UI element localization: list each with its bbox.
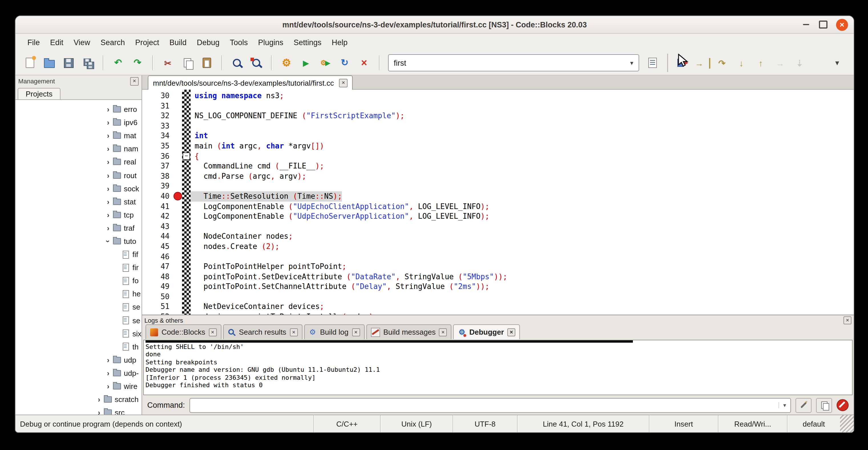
- line-number[interactable]: 38: [142, 171, 173, 181]
- menu-project[interactable]: Project: [130, 36, 164, 49]
- tab-projects[interactable]: Projects: [18, 88, 61, 99]
- logs-tab-search-results[interactable]: Search results×: [223, 324, 302, 339]
- tree-item-stat[interactable]: ›stat: [16, 195, 142, 208]
- run-to-cursor-button[interactable]: →▕: [694, 55, 711, 71]
- line-number[interactable]: 35: [142, 141, 173, 151]
- tree-item-he[interactable]: he: [16, 288, 142, 301]
- line-number[interactable]: 46: [142, 251, 173, 262]
- code-text[interactable]: main (int argc, char *argv[]): [191, 141, 324, 151]
- code-editor[interactable]: 30using namespace ns3;3132NS_LOG_COMPONE…: [142, 90, 854, 314]
- line-number[interactable]: 32: [142, 111, 173, 121]
- resize-grip[interactable]: [840, 415, 854, 432]
- new-file-button[interactable]: [21, 55, 38, 71]
- breakpoint-margin[interactable]: [173, 211, 182, 221]
- breakpoint-margin[interactable]: [173, 121, 182, 131]
- close-icon[interactable]: ×: [843, 316, 851, 324]
- debug-toolbar-dropdown[interactable]: ▾: [829, 55, 846, 71]
- redo-button[interactable]: ↷: [129, 55, 146, 71]
- menu-debug[interactable]: Debug: [192, 36, 225, 49]
- tree-item-nam[interactable]: ›nam: [16, 143, 142, 156]
- next-instruction-button[interactable]: →: [772, 55, 789, 71]
- breakpoint-margin[interactable]: [173, 232, 182, 242]
- tree-expander-icon[interactable]: ›: [104, 369, 113, 378]
- tree-item-traf[interactable]: ›traf: [16, 221, 142, 235]
- tree-item-src[interactable]: ›src: [16, 406, 142, 415]
- maximize-button[interactable]: [819, 21, 828, 29]
- tree-item-fif[interactable]: fif: [16, 248, 142, 261]
- close-icon[interactable]: ×: [507, 328, 515, 336]
- code-text[interactable]: using namespace ns3;: [191, 91, 284, 101]
- debugger-log[interactable]: Setting SHELL to '/bin/sh'doneSetting br…: [143, 340, 852, 395]
- tree-expander-icon[interactable]: ›: [104, 237, 113, 245]
- line-number[interactable]: 49: [142, 282, 173, 292]
- breakpoint-margin[interactable]: [173, 101, 182, 111]
- next-line-button[interactable]: ↷: [713, 55, 731, 71]
- editor-tab[interactable]: mnt/dev/tools/source/ns-3-dev/examples/t…: [148, 76, 353, 90]
- breakpoint-icon[interactable]: [173, 192, 182, 201]
- line-number[interactable]: 48: [142, 272, 173, 281]
- tree-item-sock[interactable]: ›sock: [16, 182, 142, 195]
- line-number[interactable]: 45: [142, 242, 173, 251]
- breakpoint-margin[interactable]: [173, 191, 182, 201]
- code-text[interactable]: [191, 121, 195, 131]
- command-input[interactable]: [190, 400, 778, 410]
- search-options-button[interactable]: [644, 55, 661, 71]
- code-text[interactable]: LogComponentEnable ("UdpEchoClientApplic…: [191, 201, 489, 211]
- step-into-button[interactable]: ↓: [733, 55, 750, 71]
- breakpoint-margin[interactable]: [173, 131, 182, 141]
- chevron-down-icon[interactable]: ▾: [625, 59, 639, 66]
- step-into-instruction-button[interactable]: ⇣: [791, 55, 808, 71]
- run-button[interactable]: ▶: [297, 55, 314, 71]
- tree-item-se[interactable]: se: [16, 314, 142, 327]
- minimize-button[interactable]: [801, 20, 810, 29]
- menu-file[interactable]: File: [22, 36, 45, 49]
- tree-expander-icon[interactable]: ›: [104, 211, 113, 219]
- tree-expander-icon[interactable]: ›: [95, 408, 103, 415]
- breakpoint-margin[interactable]: [173, 251, 182, 262]
- tree-expander-icon[interactable]: ›: [104, 105, 113, 114]
- tree-item-fo[interactable]: fo: [16, 274, 142, 287]
- line-number[interactable]: 37: [142, 161, 173, 171]
- code-text[interactable]: cmd.Parse (argc, argv);: [191, 171, 306, 181]
- tree-item-mat[interactable]: ›mat: [16, 129, 142, 142]
- line-number[interactable]: 42: [142, 211, 173, 221]
- code-text[interactable]: {: [191, 151, 199, 161]
- code-text[interactable]: nodes.Create (2);: [191, 242, 279, 251]
- close-icon[interactable]: ×: [352, 328, 360, 336]
- close-button[interactable]: ×: [836, 19, 848, 31]
- line-number[interactable]: 36: [142, 151, 173, 161]
- tree-item-ipv6[interactable]: ›ipv6: [16, 116, 142, 129]
- tree-item-wire[interactable]: ›wire: [16, 380, 142, 393]
- breakpoint-margin[interactable]: [173, 282, 182, 292]
- breakpoint-margin[interactable]: [173, 91, 182, 101]
- close-icon[interactable]: ×: [439, 328, 447, 336]
- code-text[interactable]: PointToPointHelper pointToPoint;: [191, 262, 346, 272]
- line-number[interactable]: 34: [142, 131, 173, 141]
- title-bar[interactable]: mnt/dev/tools/source/ns-3-dev/examples/t…: [16, 16, 854, 34]
- breakpoint-margin[interactable]: [173, 161, 182, 171]
- code-text[interactable]: [191, 251, 195, 262]
- chevron-down-icon[interactable]: ▾: [778, 402, 790, 408]
- tree-item-real[interactable]: ›real: [16, 156, 142, 169]
- code-text[interactable]: devices = pointToPoint.Install (nodes);: [191, 312, 378, 314]
- tree-expander-icon[interactable]: ›: [104, 145, 113, 153]
- breakpoint-margin[interactable]: [173, 221, 182, 231]
- breakpoint-margin[interactable]: [173, 201, 182, 211]
- code-text[interactable]: pointToPoint.SetDeviceAttribute ("DataRa…: [191, 272, 507, 281]
- cut-button[interactable]: ✂: [159, 55, 176, 71]
- breakpoint-margin[interactable]: [173, 151, 182, 161]
- step-out-button[interactable]: ↑: [752, 55, 769, 71]
- line-number[interactable]: 33: [142, 121, 173, 131]
- menu-search[interactable]: Search: [95, 36, 130, 49]
- line-number[interactable]: 44: [142, 232, 173, 242]
- code-text[interactable]: NS_LOG_COMPONENT_DEFINE ("FirstScriptExa…: [191, 111, 405, 121]
- line-number[interactable]: 39: [142, 181, 173, 191]
- line-number[interactable]: 41: [142, 201, 173, 211]
- menu-help[interactable]: Help: [327, 36, 353, 49]
- breakpoint-margin[interactable]: [173, 141, 182, 151]
- breakpoint-margin[interactable]: [173, 111, 182, 121]
- tree-expander-icon[interactable]: ›: [104, 197, 113, 206]
- build-and-run-button[interactable]: ⚙▶: [317, 55, 334, 71]
- logs-tab-build-messages[interactable]: Build messages×: [366, 324, 452, 339]
- line-number[interactable]: 52: [142, 312, 173, 314]
